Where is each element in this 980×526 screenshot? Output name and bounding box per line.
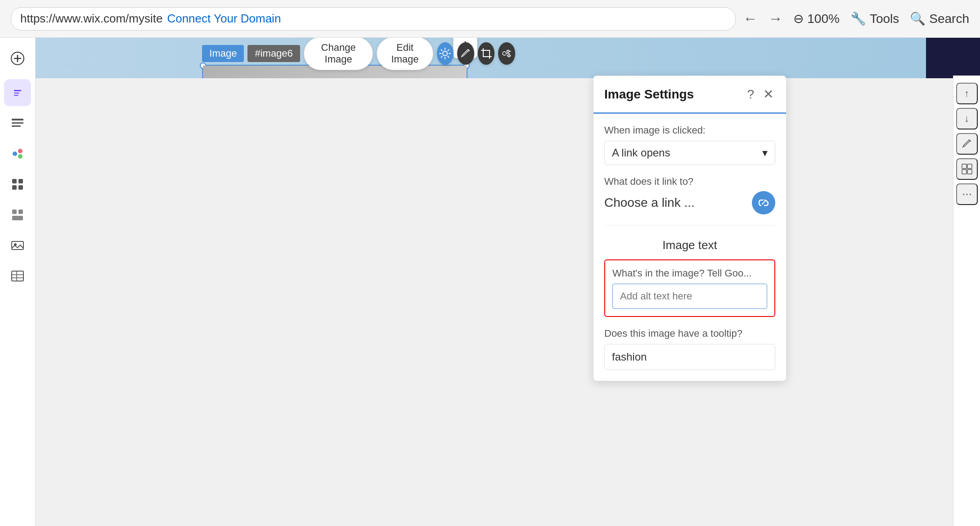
tools-button[interactable]: 🔧 Tools xyxy=(850,11,899,26)
grid-icon xyxy=(961,163,973,175)
svg-rect-16 xyxy=(18,185,23,190)
canvas-area[interactable]: I.nnK10 Add Section xyxy=(36,38,980,78)
link-type-select[interactable]: A link opens ▾ xyxy=(604,141,775,165)
svg-rect-5 xyxy=(14,93,19,94)
left-sidebar xyxy=(0,38,36,526)
settings-header: Image Settings ? ✕ xyxy=(593,76,786,114)
image-text-section-title: Image text xyxy=(604,238,775,252)
browser-bar: https://www.wix.com/mysite Connect Your … xyxy=(0,0,980,38)
link-label: What does it link to? xyxy=(604,176,775,187)
back-button[interactable]: ← xyxy=(743,10,757,27)
url-text: https://www.wix.com/mysite xyxy=(20,12,162,26)
pencil-button[interactable] xyxy=(457,42,474,65)
change-image-button[interactable]: Change Image xyxy=(304,38,373,70)
settings-gear-button[interactable] xyxy=(437,42,454,65)
svg-rect-38 xyxy=(962,164,967,169)
svg-rect-41 xyxy=(967,169,972,174)
zoom-minus-icon: ⊖ xyxy=(793,11,804,26)
svg-point-11 xyxy=(18,149,22,153)
sidebar-item-add[interactable] xyxy=(4,45,31,72)
sidebar-item-plugins[interactable] xyxy=(4,201,31,228)
move-up-button[interactable]: ↑ xyxy=(956,83,978,104)
sidebar-item-pages[interactable] xyxy=(4,79,31,106)
image-text-hint: What's in the image? Tell Goo... xyxy=(612,267,767,279)
pencil-icon xyxy=(961,138,973,150)
svg-rect-7 xyxy=(12,119,23,120)
sidebar-item-media[interactable] xyxy=(4,232,31,259)
image-id-tag: #image6 xyxy=(247,45,300,62)
image-type-tag: Image xyxy=(202,45,244,62)
svg-rect-9 xyxy=(12,125,21,127)
svg-point-31 xyxy=(503,52,506,55)
dark-corner xyxy=(926,38,980,78)
svg-rect-6 xyxy=(14,95,18,96)
svg-rect-14 xyxy=(18,179,23,183)
settings-header-actions: ? ✕ xyxy=(745,85,775,103)
edit-image-button[interactable]: Edit Image xyxy=(377,38,433,70)
settings-panel: Image Settings ? ✕ When image is clicked… xyxy=(593,76,787,381)
svg-rect-18 xyxy=(18,210,23,214)
svg-rect-8 xyxy=(12,122,23,124)
zoom-control[interactable]: ⊖ 100% xyxy=(793,11,840,26)
link-icon-button[interactable] xyxy=(752,191,775,214)
settings-title: Image Settings xyxy=(604,87,694,102)
alt-text-input[interactable] xyxy=(612,284,767,309)
svg-rect-19 xyxy=(12,216,23,220)
chain-link-icon xyxy=(757,196,770,209)
effects-button[interactable] xyxy=(498,42,515,65)
tooltip-input[interactable] xyxy=(604,344,775,370)
sidebar-item-apps[interactable] xyxy=(4,171,31,198)
connect-domain-link[interactable]: Connect Your Domain xyxy=(167,12,281,26)
edit-pencil-button[interactable] xyxy=(956,133,978,155)
right-sidebar: ↑ ↓ ⋯ xyxy=(953,76,980,526)
forward-button[interactable]: → xyxy=(768,10,782,27)
settings-close-button[interactable]: ✕ xyxy=(761,85,775,103)
svg-rect-39 xyxy=(967,164,972,169)
settings-body: When image is clicked: A link opens ▾ Wh… xyxy=(593,114,786,381)
crop-button[interactable] xyxy=(478,42,495,65)
search-icon: 🔍 xyxy=(910,11,926,26)
tooltip-label: Does this image have a tooltip? xyxy=(604,328,775,339)
sidebar-item-table[interactable] xyxy=(4,263,31,290)
link-row: Choose a link ... xyxy=(604,191,775,226)
when-clicked-label: When image is clicked: xyxy=(604,125,775,136)
chevron-down-icon: ▾ xyxy=(762,147,768,159)
svg-point-12 xyxy=(18,154,22,159)
svg-rect-40 xyxy=(962,169,967,174)
svg-rect-13 xyxy=(12,179,17,183)
search-button[interactable]: 🔍 Search xyxy=(910,11,969,26)
svg-point-32 xyxy=(507,50,509,53)
grid-view-button[interactable] xyxy=(956,158,978,180)
svg-rect-17 xyxy=(12,210,17,214)
link-placeholder-text: Choose a link ... xyxy=(604,196,695,210)
zoom-value: 100% xyxy=(807,12,840,26)
svg-rect-22 xyxy=(12,271,23,281)
tools-wrench-icon: 🔧 xyxy=(850,11,866,26)
canvas-wrapper: I.nnK10 Add Section xyxy=(36,38,980,526)
image-toolbar: Image #image6 Change Image Edit Image xyxy=(202,38,515,70)
url-bar[interactable]: https://www.wix.com/mysite Connect Your … xyxy=(11,7,736,31)
main-layout: I.nnK10 Add Section xyxy=(0,38,980,526)
image-text-box: What's in the image? Tell Goo... xyxy=(604,259,775,317)
svg-point-30 xyxy=(443,51,447,56)
svg-rect-4 xyxy=(14,90,21,91)
svg-point-33 xyxy=(508,55,510,57)
svg-rect-15 xyxy=(12,185,17,190)
sidebar-item-theme[interactable] xyxy=(4,140,31,167)
sidebar-item-blog[interactable] xyxy=(4,110,31,137)
settings-help-button[interactable]: ? xyxy=(745,85,756,103)
more-options-button[interactable]: ⋯ xyxy=(956,183,978,205)
image-container[interactable]: Image #image6 Change Image Edit Image xyxy=(202,65,468,78)
svg-point-10 xyxy=(13,152,17,156)
move-down-button[interactable]: ↓ xyxy=(956,108,978,129)
browser-actions: ← → ⊖ 100% 🔧 Tools 🔍 Search xyxy=(743,10,969,27)
